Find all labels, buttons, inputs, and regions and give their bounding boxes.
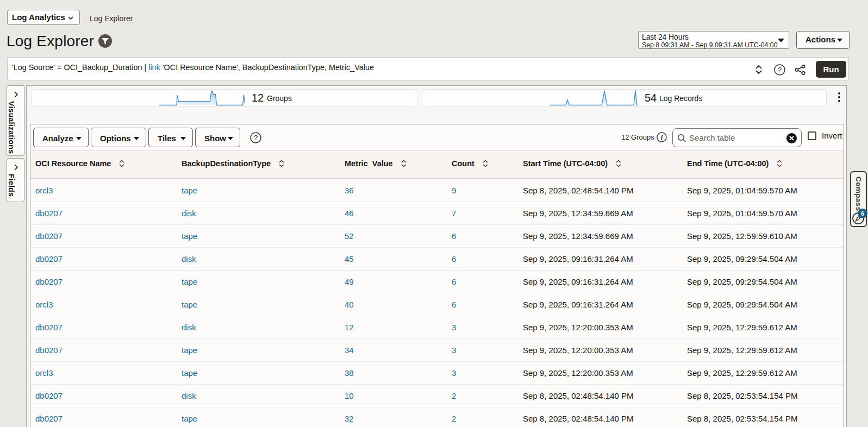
svg-text:i: i bbox=[661, 133, 663, 141]
svg-text:?: ? bbox=[778, 66, 782, 74]
svg-text:?: ? bbox=[254, 134, 258, 142]
